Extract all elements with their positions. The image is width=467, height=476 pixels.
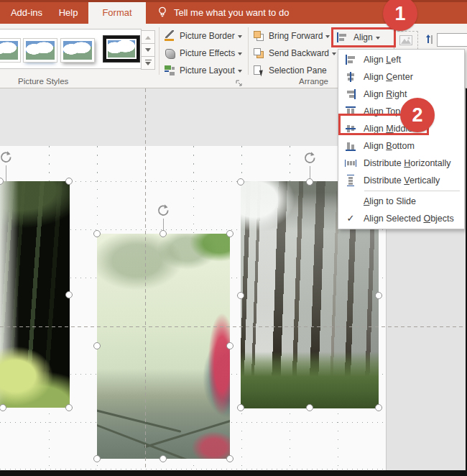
triangle-down-icon bbox=[145, 48, 151, 55]
rotate-handle-icon[interactable] bbox=[156, 203, 170, 218]
gallery-more-icon bbox=[145, 60, 152, 67]
horizontal-guide[interactable] bbox=[0, 326, 466, 327]
picture-style-thumbnail-3[interactable] bbox=[61, 39, 94, 62]
send-backward-icon bbox=[253, 47, 264, 59]
menu-item-align-selected-objects[interactable]: ✓ Align Selected Objects bbox=[338, 210, 464, 227]
selection-handle[interactable] bbox=[226, 455, 234, 462]
menu-item-label: Align Right bbox=[364, 89, 407, 99]
menu-item-label: Align to Slide bbox=[364, 196, 416, 206]
picture-style-thumbnail-1[interactable] bbox=[0, 39, 20, 62]
menu-item-align-to-slide[interactable]: Align to Slide bbox=[338, 193, 464, 210]
gallery-scroll-up-button[interactable] bbox=[141, 30, 155, 44]
tab-format[interactable]: Format bbox=[88, 2, 146, 24]
shape-height-input[interactable] bbox=[437, 33, 467, 47]
step-1-highlight-box bbox=[331, 27, 396, 47]
align-dropdown-menu: Align Left Align Center Align Right Alig… bbox=[338, 49, 465, 229]
powerpoint-window: Add-ins Help Format Tell me what you wan… bbox=[0, 0, 467, 476]
align-center-icon bbox=[345, 71, 356, 83]
selection-handle[interactable] bbox=[65, 178, 73, 185]
menu-item-label: Distribute Vertically bbox=[364, 175, 440, 186]
selection-handle[interactable] bbox=[226, 230, 234, 237]
arrange-group-label: Arrange bbox=[271, 77, 328, 86]
menu-item-align-left[interactable]: Align Left bbox=[338, 51, 464, 68]
chevron-down-icon bbox=[325, 35, 330, 40]
selection-handle[interactable] bbox=[306, 178, 313, 186]
gridline bbox=[0, 469, 386, 470]
tab-help[interactable]: Help bbox=[53, 2, 83, 24]
selection-handle[interactable] bbox=[93, 342, 101, 349]
menu-item-align-center[interactable]: Align Center bbox=[338, 68, 464, 86]
vertical-guide[interactable] bbox=[145, 88, 146, 470]
selection-handle[interactable] bbox=[93, 230, 101, 237]
selection-handle[interactable] bbox=[159, 230, 167, 237]
chevron-down-icon bbox=[238, 70, 242, 75]
selection-handle[interactable] bbox=[93, 455, 101, 462]
triangle-up-icon bbox=[145, 33, 151, 40]
menu-item-align-bottom[interactable]: Align Bottom bbox=[338, 137, 464, 155]
rail-line bbox=[144, 418, 230, 449]
tell-me-box[interactable]: Tell me what you want to do bbox=[174, 0, 289, 24]
picture-style-thumbnail-black-frame[interactable] bbox=[103, 36, 139, 62]
picture-layout-label: Picture Layout bbox=[180, 65, 235, 75]
menu-separator bbox=[364, 191, 460, 191]
selection-pane-label: Selection Pane bbox=[269, 65, 327, 75]
shape-height-icon bbox=[422, 34, 434, 45]
picture-border-label: Picture Border bbox=[180, 31, 235, 41]
selection-handle[interactable] bbox=[65, 404, 73, 411]
picture-layout-button[interactable]: Picture Layout bbox=[164, 63, 242, 78]
selection-handle[interactable] bbox=[306, 404, 313, 411]
picture-styles-group-label: Picture Styles bbox=[18, 77, 68, 86]
selection-pane-button[interactable]: Selection Pane bbox=[253, 63, 330, 78]
align-right-icon bbox=[345, 88, 356, 100]
menu-item-distribute-vertically[interactable]: Distribute Vertically bbox=[338, 172, 464, 189]
group-separator bbox=[248, 27, 249, 75]
step-2-badge: 2 bbox=[400, 98, 435, 132]
selection-handle[interactable] bbox=[237, 292, 244, 299]
distribute-vertically-icon bbox=[345, 175, 356, 186]
selection-handle[interactable] bbox=[159, 455, 167, 462]
picture-style-thumbnail-2[interactable] bbox=[24, 39, 57, 62]
picture-layout-icon bbox=[164, 65, 175, 76]
menu-item-label: Align Selected Objects bbox=[364, 214, 454, 224]
selection-handle[interactable] bbox=[65, 291, 73, 298]
misty-railway-photo[interactable] bbox=[97, 234, 230, 459]
selection-handle[interactable] bbox=[237, 178, 244, 186]
chevron-down-icon bbox=[332, 52, 336, 58]
dark-forest-photo[interactable] bbox=[0, 181, 70, 408]
menu-item-label: Align Left bbox=[364, 55, 401, 65]
gallery-scroll-down-button[interactable] bbox=[141, 43, 155, 57]
bring-forward-button[interactable]: Bring Forward bbox=[253, 29, 330, 43]
group-separator bbox=[159, 27, 159, 75]
tab-add-ins[interactable]: Add-ins bbox=[6, 2, 47, 24]
rotate-objects-button[interactable] bbox=[396, 33, 416, 47]
picture-border-button[interactable]: Picture Border bbox=[164, 29, 242, 43]
rotate-handle-connector bbox=[6, 165, 6, 181]
rotate-handle-icon[interactable] bbox=[0, 150, 13, 165]
menu-item-align-right[interactable]: Align Right bbox=[338, 86, 464, 103]
align-left-icon bbox=[345, 54, 356, 65]
picture-effects-label: Picture Effects bbox=[180, 48, 235, 58]
menu-item-label: Distribute Horizontally bbox=[364, 158, 451, 168]
selection-handle[interactable] bbox=[375, 404, 382, 411]
picture-effects-icon bbox=[164, 47, 175, 59]
selection-handle[interactable] bbox=[375, 292, 382, 299]
selection-handle[interactable] bbox=[226, 342, 234, 349]
selection-handle[interactable] bbox=[237, 404, 244, 411]
selection-pane-icon bbox=[253, 65, 264, 76]
chevron-down-icon bbox=[238, 52, 242, 58]
menu-item-label: Align Center bbox=[364, 72, 413, 82]
picture-effects-button[interactable]: Picture Effects bbox=[164, 46, 242, 60]
picture-border-icon bbox=[164, 30, 175, 42]
rotate-handle-icon[interactable] bbox=[302, 151, 317, 165]
checkmark-icon: ✓ bbox=[345, 213, 356, 224]
bring-forward-icon bbox=[253, 30, 264, 42]
empty-icon-slot bbox=[345, 196, 356, 207]
distribute-horizontally-icon bbox=[345, 157, 356, 169]
send-backward-button[interactable]: Send Backward bbox=[253, 46, 336, 60]
screenshot-bottom-edge bbox=[0, 470, 467, 476]
chevron-down-icon bbox=[238, 35, 242, 40]
send-backward-label: Send Backward bbox=[269, 48, 329, 58]
gallery-more-button[interactable] bbox=[141, 56, 155, 70]
dialog-launcher-icon[interactable] bbox=[235, 78, 244, 86]
menu-item-distribute-horizontally[interactable]: Distribute Horizontally bbox=[338, 155, 464, 172]
